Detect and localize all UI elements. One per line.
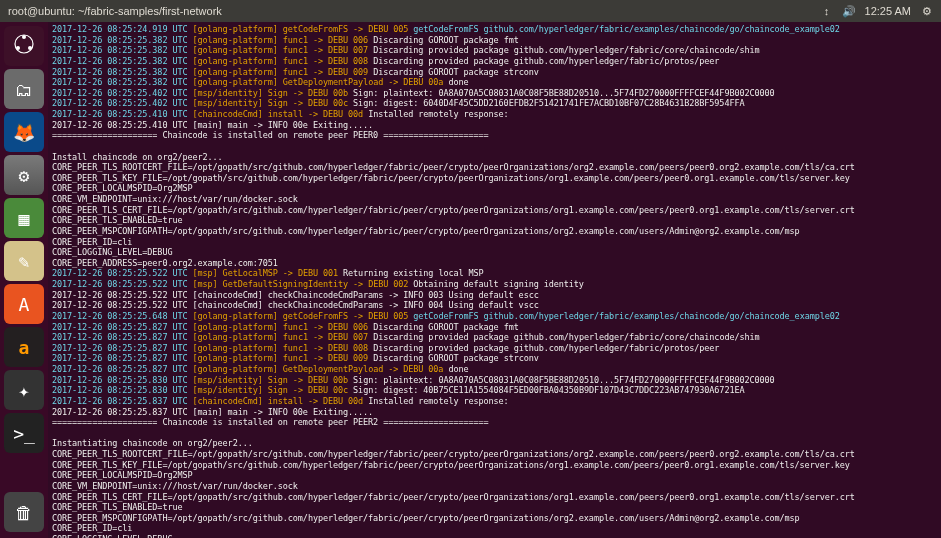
unity-launcher: 🗂 🦊 ⚙ ▦ ✎ A a ✦ >_ 🗑 [0, 22, 48, 538]
text-line: CORE_PEER_TLS_ROOTCERT_FILE=/opt/gopath/… [52, 162, 937, 173]
log-line: 2017-12-26 08:25:25.522 UTC [msp] GetLoc… [52, 268, 937, 279]
text-line: CORE_PEER_LOCALMSPID=Org2MSP [52, 470, 937, 481]
text-line: Instantiating chaincode on org2/peer2... [52, 438, 937, 449]
text-line: CORE_PEER_TLS_KEY_FILE=/opt/gopath/src/g… [52, 173, 937, 184]
log-line: 2017-12-26 08:25:25.522 UTC [msp] GetDef… [52, 279, 937, 290]
text-line: Install chaincode on org2/peer2... [52, 152, 937, 163]
text-line: CORE_LOGGING_LEVEL=DEBUG [52, 247, 937, 258]
terminal-output[interactable]: 2017-12-26 08:25:24.919 UTC [golang-plat… [48, 22, 941, 538]
log-line: 2017-12-26 08:25:25.402 UTC [msp/identit… [52, 88, 937, 99]
text-line: CORE_PEER_LOCALMSPID=Org2MSP [52, 183, 937, 194]
text-line: CORE_PEER_ADDRESS=peer0.org2.example.com… [52, 258, 937, 269]
software-center-button[interactable]: A [4, 284, 44, 324]
terminal-button[interactable]: >_ [4, 413, 44, 453]
amazon-icon: a [19, 337, 30, 358]
trash-button[interactable]: 🗑 [4, 492, 44, 532]
log-line: 2017-12-26 08:25:25.382 UTC [golang-plat… [52, 35, 937, 46]
dash-button[interactable] [4, 26, 44, 66]
log-line: 2017-12-26 08:25:25.837 UTC [chaincodeCm… [52, 396, 937, 407]
log-line: 2017-12-26 08:25:25.410 UTC [chaincodeCm… [52, 109, 937, 120]
text-line: CORE_PEER_MSPCONFIGPATH=/opt/gopath/src/… [52, 513, 937, 524]
text-line: ===================== Chaincode is insta… [52, 417, 937, 428]
network-icon[interactable]: ↕ [821, 5, 833, 17]
libreoffice-calc-button[interactable]: ▦ [4, 198, 44, 238]
log-line: 2017-12-26 08:25:25.827 UTC [golang-plat… [52, 353, 937, 364]
text-line: CORE_VM_ENDPOINT=unix:///host/var/run/do… [52, 481, 937, 492]
system-settings-button[interactable]: ✦ [4, 370, 44, 410]
text-line [52, 141, 937, 152]
menubar[interactable]: root@ubuntu: ~/fabric-samples/first-netw… [0, 0, 941, 22]
folder-icon: 🗂 [15, 79, 33, 100]
log-line: 2017-12-26 08:25:25.648 UTC [golang-plat… [52, 311, 937, 322]
log-line: 2017-12-26 08:25:25.827 UTC [golang-plat… [52, 332, 937, 343]
settings-icon: ✦ [19, 380, 30, 401]
text-line: ===================== Chaincode is insta… [52, 130, 937, 141]
log-line: 2017-12-26 08:25:25.830 UTC [msp/identit… [52, 375, 937, 386]
log-line: 2017-12-26 08:25:25.382 UTC [golang-plat… [52, 56, 937, 67]
log-line: 2017-12-26 08:25:25.827 UTC [golang-plat… [52, 343, 937, 354]
editor-icon: ✎ [19, 251, 30, 272]
svg-point-3 [28, 46, 32, 50]
text-line [52, 428, 937, 439]
calc-icon: ▦ [19, 208, 30, 229]
text-line: CORE_PEER_TLS_CERT_FILE=/opt/gopath/src/… [52, 492, 937, 503]
log-line: 2017-12-26 08:25:25.837 UTC [main] main … [52, 407, 937, 418]
text-line: CORE_PEER_ID=cli [52, 523, 937, 534]
files-button[interactable]: 🗂 [4, 69, 44, 109]
text-line: CORE_PEER_ID=cli [52, 237, 937, 248]
text-line: CORE_PEER_MSPCONFIGPATH=/opt/gopath/src/… [52, 226, 937, 237]
log-line: 2017-12-26 08:25:25.830 UTC [msp/identit… [52, 385, 937, 396]
ubuntu-logo-icon [13, 33, 35, 59]
log-line: 2017-12-26 08:25:25.410 UTC [main] main … [52, 120, 937, 131]
log-line: 2017-12-26 08:25:25.522 UTC [chaincodeCm… [52, 300, 937, 311]
log-line: 2017-12-26 08:25:25.402 UTC [msp/identit… [52, 98, 937, 109]
text-line: CORE_PEER_TLS_CERT_FILE=/opt/gopath/src/… [52, 205, 937, 216]
firefox-button[interactable]: 🦊 [4, 112, 44, 152]
gear-icon: ⚙ [19, 165, 30, 186]
amazon-button[interactable]: a [4, 327, 44, 367]
clock[interactable]: 12:25 AM [865, 5, 911, 17]
text-line: CORE_VM_ENDPOINT=unix:///host/var/run/do… [52, 194, 937, 205]
volume-icon[interactable]: 🔊 [843, 5, 855, 17]
log-line: 2017-12-26 08:25:25.827 UTC [golang-plat… [52, 322, 937, 333]
log-line: 2017-12-26 08:25:25.382 UTC [golang-plat… [52, 67, 937, 78]
log-line: 2017-12-26 08:25:25.382 UTC [golang-plat… [52, 45, 937, 56]
text-line: CORE_PEER_TLS_ROOTCERT_FILE=/opt/gopath/… [52, 449, 937, 460]
text-line: CORE_LOGGING_LEVEL=DEBUG [52, 534, 937, 538]
firefox-icon: 🦊 [13, 122, 35, 143]
svg-point-2 [16, 46, 20, 50]
log-line: 2017-12-26 08:25:24.919 UTC [golang-plat… [52, 24, 937, 35]
system-gear-icon[interactable]: ⚙ [921, 5, 933, 17]
text-line: CORE_PEER_TLS_KEY_FILE=/opt/gopath/src/g… [52, 460, 937, 471]
text-line: CORE_PEER_TLS_ENABLED=true [52, 215, 937, 226]
log-line: 2017-12-26 08:25:25.522 UTC [chaincodeCm… [52, 290, 937, 301]
window-title: root@ubuntu: ~/fabric-samples/first-netw… [8, 5, 821, 17]
log-line: 2017-12-26 08:25:25.827 UTC [golang-plat… [52, 364, 937, 375]
software-icon: A [19, 294, 30, 315]
log-line: 2017-12-26 08:25:25.382 UTC [golang-plat… [52, 77, 937, 88]
libreoffice-impress-button[interactable]: ✎ [4, 241, 44, 281]
text-line: CORE_PEER_TLS_ENABLED=true [52, 502, 937, 513]
terminal-icon: >_ [13, 423, 35, 444]
svg-point-1 [22, 35, 26, 39]
trash-icon: 🗑 [15, 502, 33, 523]
settings-button[interactable]: ⚙ [4, 155, 44, 195]
